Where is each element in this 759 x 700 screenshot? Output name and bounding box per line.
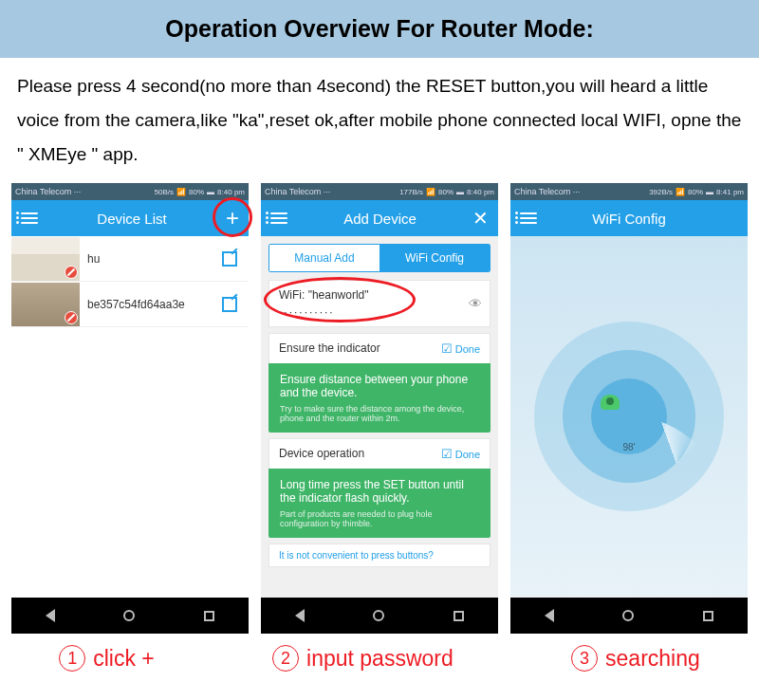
wifi-credentials-box[interactable]: WiFi: "heanworld" ··········· 👁: [268, 280, 491, 327]
menu-icon[interactable]: [21, 212, 38, 224]
device-thumbnail: [11, 283, 80, 326]
caption-1: 1 click +: [59, 645, 155, 672]
info-main: Ensure distance between your phone and t…: [280, 373, 479, 399]
app-bar: Device List +: [11, 200, 249, 236]
indicator-info: Ensure distance between your phone and t…: [268, 363, 491, 433]
screenshots-row: China Telecom ··· 50B/s 📶 80% ▬ 8:40 pm …: [0, 183, 759, 634]
device-row[interactable]: hu: [11, 236, 249, 282]
status-bar: China Telecom ··· 392B/s 📶 80% ▬ 8:41 pm: [510, 183, 748, 200]
section-title: Device operation: [279, 447, 364, 461]
radar-area: 98': [510, 236, 748, 597]
step-number-icon: 1: [59, 645, 85, 672]
screen-title: Add Device: [287, 211, 472, 227]
wifi-name-label: WiFi: "heanworld": [279, 288, 480, 302]
signal-icon: 📶: [676, 188, 685, 196]
status-bar: China Telecom ··· 177B/s 📶 80% ▬ 8:40 pm: [261, 183, 498, 200]
time-label: 8:41 pm: [716, 188, 744, 196]
tab-wifi-config[interactable]: WiFi Config: [380, 245, 490, 271]
device-list-body: hu be357c54fd64aa3e: [11, 236, 249, 598]
menu-icon[interactable]: [520, 212, 537, 224]
carrier-label: China Telecom ···: [15, 187, 81, 196]
tab-bar: Manual Add WiFi Config: [268, 244, 491, 272]
device-row[interactable]: be357c54fd64aa3e: [11, 282, 249, 327]
offline-badge-icon: [65, 311, 78, 324]
tab-manual-add[interactable]: Manual Add: [269, 245, 380, 271]
battery-icon: ▬: [706, 188, 713, 196]
home-icon[interactable]: [622, 610, 634, 621]
device-name: be357c54fd64aa3e: [80, 298, 222, 311]
signal-icon: 📶: [426, 188, 435, 196]
battery-icon: ▬: [207, 188, 214, 196]
edit-icon[interactable]: [222, 297, 237, 312]
info-main: Long time press the SET button until the…: [280, 478, 479, 505]
battery-icon: ▬: [456, 188, 464, 196]
operation-header: Device operation Done: [268, 438, 491, 469]
info-sub: Part of products are needed to plug hole…: [280, 509, 479, 528]
add-button[interactable]: +: [226, 205, 239, 231]
password-field[interactable]: ···········: [279, 305, 480, 319]
step-number-icon: 3: [571, 645, 598, 672]
carrier-label: China Telecom ···: [514, 187, 580, 196]
app-bar: WiFi Config: [510, 200, 748, 236]
camera-icon: [601, 395, 620, 410]
page-title: Operation Overview For Router Mode:: [0, 15, 759, 43]
done-checkbox[interactable]: Done: [441, 447, 480, 461]
angle-label: 98': [622, 442, 635, 452]
time-label: 8:40 pm: [467, 188, 494, 196]
speed-label: 177B/s: [399, 188, 423, 196]
indicator-header: Ensure the indicator Done: [268, 333, 491, 363]
battery-label: 80%: [438, 188, 454, 196]
time-label: 8:40 pm: [217, 188, 245, 196]
back-icon[interactable]: [545, 609, 554, 622]
device-name: hu: [80, 252, 222, 266]
status-right: 50B/s 📶 80% ▬ 8:40 pm: [155, 188, 245, 196]
offline-badge-icon: [65, 266, 78, 279]
close-icon[interactable]: ✕: [472, 207, 489, 230]
show-password-icon[interactable]: 👁: [469, 296, 482, 311]
status-right: 177B/s 📶 80% ▬ 8:40 pm: [399, 188, 494, 196]
back-icon[interactable]: [295, 609, 305, 622]
caption-text: input password: [306, 646, 454, 672]
status-right: 392B/s 📶 80% ▬ 8:41 pm: [649, 188, 744, 196]
carrier-label: China Telecom ···: [265, 187, 330, 196]
screen-title: Device List: [38, 211, 226, 227]
recents-icon[interactable]: [703, 611, 713, 621]
cutoff-link[interactable]: It is not convenient to press buttons?: [268, 543, 491, 567]
edit-icon[interactable]: [222, 251, 237, 267]
caption-text: searching: [605, 646, 700, 672]
recents-icon[interactable]: [204, 611, 214, 621]
device-thumbnail: [11, 237, 80, 281]
phone-add-device: China Telecom ··· 177B/s 📶 80% ▬ 8:40 pm…: [261, 183, 498, 634]
menu-icon[interactable]: [270, 212, 287, 224]
phone-device-list: China Telecom ··· 50B/s 📶 80% ▬ 8:40 pm …: [11, 183, 249, 634]
status-bar: China Telecom ··· 50B/s 📶 80% ▬ 8:40 pm: [11, 183, 249, 200]
android-nav-bar: [510, 598, 748, 634]
instruction-text: Please press 4 second(no more than 4seco…: [0, 58, 759, 183]
caption-2: 2 input password: [272, 645, 454, 672]
caption-3: 3 searching: [571, 645, 700, 672]
speed-label: 50B/s: [155, 188, 174, 196]
battery-label: 80%: [189, 188, 204, 196]
home-icon[interactable]: [373, 610, 384, 621]
caption-text: click +: [93, 646, 155, 672]
screen-title: WiFi Config: [537, 211, 721, 227]
back-icon[interactable]: [46, 609, 55, 622]
signal-icon: 📶: [176, 188, 186, 196]
android-nav-bar: [11, 598, 249, 634]
section-title: Ensure the indicator: [279, 341, 380, 356]
step-number-icon: 2: [272, 645, 299, 672]
info-sub: Try to make sure the distance among the …: [280, 404, 479, 423]
done-checkbox[interactable]: Done: [441, 341, 480, 356]
add-device-body: Manual Add WiFi Config WiFi: "heanworld"…: [261, 236, 498, 598]
title-bar: Operation Overview For Router Mode:: [0, 0, 759, 58]
home-icon[interactable]: [123, 610, 135, 621]
phone-wifi-config: China Telecom ··· 392B/s 📶 80% ▬ 8:41 pm…: [510, 183, 748, 634]
captions-row: 1 click + 2 input password 3 searching: [0, 634, 759, 683]
radar-body: 98': [510, 236, 748, 598]
app-bar: Add Device ✕: [261, 200, 498, 236]
android-nav-bar: [261, 598, 498, 634]
recents-icon[interactable]: [454, 611, 464, 621]
battery-label: 80%: [688, 188, 703, 196]
speed-label: 392B/s: [649, 188, 673, 196]
operation-info: Long time press the SET button until the…: [268, 469, 491, 538]
